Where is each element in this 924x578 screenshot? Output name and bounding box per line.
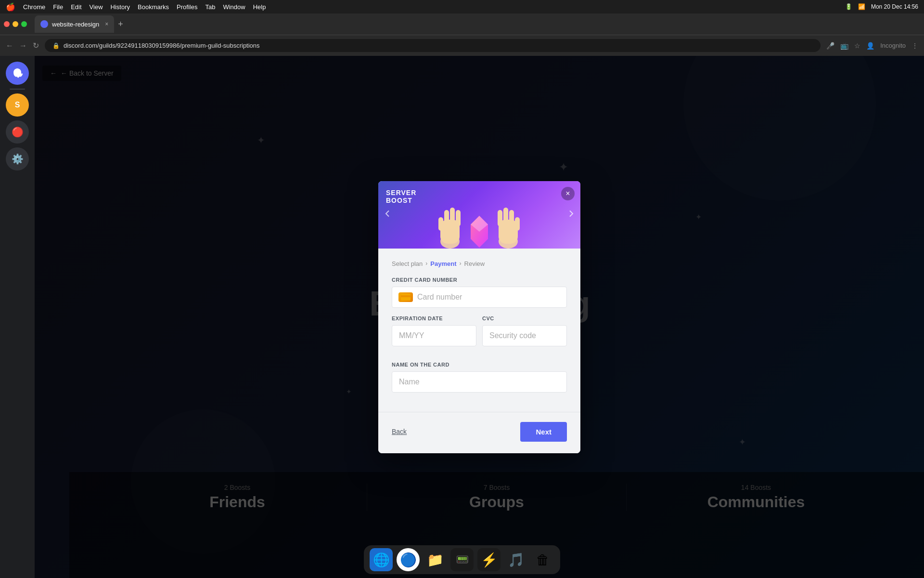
card-number-wrapper (392, 287, 567, 308)
tab-close-button[interactable]: × (105, 21, 108, 27)
sidebar-server-3[interactable]: ⚙️ (6, 147, 29, 171)
window-controls (4, 21, 27, 27)
modal-body: Select plan › Payment › Review CREDIT CA… (378, 249, 580, 412)
sidebar-server-2[interactable]: 🔴 (6, 120, 29, 144)
menu-file[interactable]: File (53, 3, 63, 11)
tab-favicon-icon (40, 20, 48, 28)
expiry-input[interactable] (392, 325, 476, 346)
menu-profiles[interactable]: Profiles (177, 3, 197, 11)
svg-rect-4 (456, 210, 461, 226)
card-brand-icon (398, 292, 413, 302)
modal-logo-line1: SERVER (386, 189, 416, 197)
cast-icon[interactable]: 📺 (840, 42, 848, 50)
left-hand-icon (435, 200, 466, 249)
tab-bar: website-redesign × + (0, 13, 924, 35)
payment-modal: SERVER BOOST × (378, 181, 580, 453)
menu-bar-wifi: 📶 (858, 3, 865, 10)
incognito-label: Incognito (880, 42, 906, 49)
page-content: ✦ ✦ ✦ ✦ ✦ ← ← Back to Server Bust 🚀ostin… (35, 56, 924, 578)
expiry-cvc-row: EXPIRATION DATE CVC (392, 315, 567, 354)
svg-rect-13 (515, 217, 520, 231)
modal-close-button[interactable]: × (561, 187, 575, 200)
menu-tab[interactable]: Tab (205, 3, 215, 11)
breadcrumb-step3: Review (464, 260, 485, 267)
next-button[interactable]: Next (520, 422, 567, 442)
account-icon[interactable]: 👤 (866, 42, 874, 50)
address-bar: ← → ↻ 🔒 discord.com/guilds/9224911803091… (0, 35, 924, 56)
right-hand-icon (493, 200, 524, 249)
svg-rect-3 (450, 208, 455, 226)
sidebar-divider (10, 89, 25, 90)
card-number-input[interactable] (392, 287, 567, 308)
star-bookmark-icon[interactable]: ☆ (854, 42, 860, 50)
breadcrumb-sep2: › (460, 260, 462, 267)
macos-dock: 🌐 🔵 📁 📟 ⚡ 🎵 🗑 (364, 545, 560, 574)
dock-music[interactable]: 🎵 (504, 548, 527, 571)
ssl-lock-icon: 🔒 (52, 42, 60, 49)
expiry-label: EXPIRATION DATE (392, 315, 476, 321)
dock-chrome[interactable]: 🔵 (397, 548, 420, 571)
svg-rect-15 (401, 295, 411, 297)
svg-rect-2 (444, 210, 449, 227)
breadcrumb-step2: Payment (430, 260, 456, 267)
modal-header: SERVER BOOST × (378, 181, 580, 249)
dock-terminal[interactable]: 📟 (450, 548, 474, 571)
name-input[interactable] (392, 371, 567, 393)
tab-title: website-redesign (52, 21, 99, 28)
card-number-label: CREDIT CARD NUMBER (392, 277, 567, 283)
menu-bar-time: Mon 20 Dec 14:56 (871, 3, 918, 10)
breadcrumb-step1: Select plan (392, 260, 423, 267)
dock-trash[interactable]: 🗑 (531, 548, 554, 571)
menu-help[interactable]: Help (253, 3, 266, 11)
more-options-icon[interactable]: ⋮ (911, 42, 918, 50)
new-tab-button[interactable]: + (118, 19, 123, 29)
modal-footer: Back Next (378, 412, 580, 453)
cvc-col: CVC (482, 315, 567, 354)
dock-finder[interactable]: 🌐 (370, 548, 393, 571)
menu-bar-battery: 🔋 (845, 3, 852, 10)
menu-window[interactable]: Window (223, 3, 245, 11)
menu-edit[interactable]: Edit (71, 3, 81, 11)
browser-tab[interactable]: website-redesign × (35, 15, 114, 33)
sidebar-home-icon[interactable] (6, 62, 29, 85)
modal-overlay: SERVER BOOST × (35, 56, 924, 578)
menu-history[interactable]: History (111, 3, 130, 11)
close-x-icon: × (565, 189, 570, 198)
svg-rect-12 (498, 210, 502, 226)
svg-rect-10 (509, 210, 514, 227)
url-text: discord.com/guilds/922491180309159986/pr… (64, 42, 260, 49)
modal-logo-line2: BOOST (386, 197, 416, 205)
svg-rect-11 (503, 208, 508, 226)
back-button[interactable]: Back (392, 428, 407, 435)
page-background: S 🔴 ⚙️ ✦ ✦ ✦ ✦ ✦ ← ← Back to Server Bust… (0, 56, 924, 578)
menu-bar: 🍎 Chrome File Edit View History Bookmark… (0, 0, 924, 13)
boost-crystal-icon (470, 215, 489, 249)
cvc-label: CVC (482, 315, 567, 321)
minimize-window-button[interactable] (13, 21, 18, 27)
breadcrumb-sep1: › (425, 260, 427, 267)
svg-rect-5 (438, 217, 443, 231)
maximize-window-button[interactable] (21, 21, 27, 27)
cvc-input[interactable] (482, 325, 567, 346)
discord-sidebar: S 🔴 ⚙️ (0, 56, 35, 578)
expiry-col: EXPIRATION DATE (392, 315, 476, 354)
forward-navigation-button[interactable]: → (19, 41, 27, 50)
menu-bookmarks[interactable]: Bookmarks (138, 3, 169, 11)
modal-prev-arrow[interactable] (382, 209, 392, 221)
boost-illustration (435, 200, 524, 249)
reload-button[interactable]: ↻ (33, 41, 39, 50)
modal-next-arrow[interactable] (567, 209, 577, 221)
menu-view[interactable]: View (90, 3, 103, 11)
close-window-button[interactable] (4, 21, 10, 27)
mic-icon[interactable]: 🎤 (826, 42, 834, 50)
dock-bolt[interactable]: ⚡ (477, 548, 500, 571)
apple-menu[interactable]: 🍎 (6, 2, 15, 12)
breadcrumb: Select plan › Payment › Review (392, 260, 567, 267)
url-input[interactable]: 🔒 discord.com/guilds/922491180309159986/… (45, 39, 821, 52)
dock-files[interactable]: 📁 (424, 548, 447, 571)
modal-logo: SERVER BOOST (386, 189, 416, 205)
name-label: NAME ON THE CARD (392, 362, 567, 368)
sidebar-server-1[interactable]: S (6, 93, 29, 117)
menu-chrome[interactable]: Chrome (23, 3, 45, 11)
back-navigation-button[interactable]: ← (6, 41, 13, 50)
